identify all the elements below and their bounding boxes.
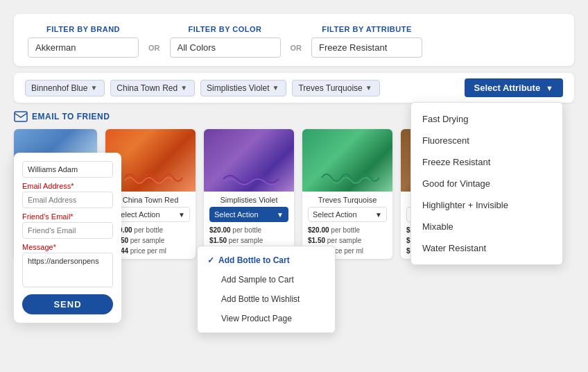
attribute-select[interactable]: Freeze Resistant	[311, 37, 422, 58]
product-name-turquoise: Treves Turquoise	[308, 196, 387, 204]
tag-label: Binnenhof Blue	[31, 83, 87, 93]
action-label: Add Sample to Cart	[221, 275, 294, 285]
price-info-red: $20.00 per bottle $1.50 per sample $0.44…	[111, 225, 190, 256]
action-btn-turquoise[interactable]: Select Action ▼	[308, 207, 387, 222]
or-divider-1: OR	[148, 31, 160, 52]
check-icon: ✓	[207, 255, 214, 265]
select-attribute-button[interactable]: Select Attribute ▼	[465, 78, 563, 97]
attr-good-for-vintage[interactable]: Good for Vintage	[411, 173, 562, 194]
attr-water-resistant[interactable]: Water Resistant	[411, 237, 562, 259]
friends-email-input[interactable]	[22, 222, 113, 239]
product-name-red: China Town Red	[111, 196, 190, 204]
product-card-violet: Simplisties Violet Select Action ▼ ✓ Add…	[204, 129, 294, 259]
attr-highlighter-invisible[interactable]: Highlighter + Invisible	[411, 194, 562, 216]
tag-binnenhof-blue[interactable]: Binnenhof Blue ▼	[25, 80, 105, 96]
attribute-filter-group: FILTER BY ATTRIBUTE Freeze Resistant	[311, 25, 422, 58]
message-textarea[interactable]: https://andersonpens	[22, 253, 113, 287]
color-filter-label: FILTER BY COLOR	[188, 25, 261, 33]
attribute-menu: Fast Drying Fluorescent Freeze Resistant…	[410, 102, 563, 265]
action-btn-violet[interactable]: Select Action ▼	[209, 207, 288, 222]
attr-mixable[interactable]: Mixable	[411, 216, 562, 237]
product-image-violet	[204, 129, 294, 192]
attribute-filter-label: FILTER BY ATTRIBUTE	[322, 25, 411, 33]
action-btn-red[interactable]: Select Action ▼	[111, 207, 190, 222]
attribute-chevron-icon: ▼	[546, 84, 553, 92]
brand-filter-group: FILTER BY BRAND Akkerman	[28, 25, 139, 58]
tag-chevron: ▼	[180, 84, 187, 92]
action-add-bottle-wishlist[interactable]: Add Bottle to Wishlist	[198, 289, 335, 309]
filter-bar: FILTER BY BRAND Akkerman OR FILTER BY CO…	[14, 14, 574, 66]
brand-select-wrapper: Akkerman	[28, 37, 139, 58]
email-icon	[14, 111, 28, 122]
color-select[interactable]: All Colors	[170, 37, 281, 58]
action-chevron-violet: ▼	[277, 211, 284, 219]
product-info-violet: Simplisties Violet Select Action ▼ ✓ Add…	[204, 192, 294, 259]
product-name-violet: Simplisties Violet	[209, 196, 288, 204]
tag-simplisties-violet[interactable]: Simplisties Violet ▼	[200, 80, 286, 96]
squiggle-violet	[220, 165, 282, 186]
tag-china-town-red[interactable]: China Town Red ▼	[110, 80, 195, 96]
tag-row: Binnenhof Blue ▼ China Town Red ▼ Simpli…	[14, 73, 574, 103]
attr-fast-drying[interactable]: Fast Drying	[411, 108, 562, 130]
squiggle-turquoise	[318, 165, 381, 186]
attribute-select-wrapper: Freeze Resistant	[311, 37, 422, 58]
product-card-turquoise: Treves Turquoise Select Action ▼ $20.00 …	[302, 129, 392, 259]
main-container: FILTER BY BRAND Akkerman OR FILTER BY CO…	[0, 0, 588, 372]
action-label: Add Bottle to Cart	[218, 255, 290, 265]
action-label: Add Bottle to Wishlist	[221, 294, 300, 304]
brand-filter-label: FILTER BY BRAND	[46, 25, 120, 33]
send-button[interactable]: SEND	[22, 294, 113, 314]
action-btn-red-label: Select Action	[116, 210, 160, 219]
tag-chevron: ▼	[90, 84, 97, 92]
email-label: Email Address*	[22, 182, 113, 190]
friends-email-label: Friend's Email*	[22, 212, 113, 221]
product-image-turquoise	[302, 129, 392, 192]
email-input[interactable]	[22, 192, 113, 208]
email-to-friend-label: EMAIL TO FRIEND	[32, 112, 110, 121]
attr-fluorescent[interactable]: Fluorescent	[411, 130, 562, 151]
action-add-sample-cart[interactable]: Add Sample to Cart	[198, 270, 335, 289]
or-divider-2: OR	[291, 31, 302, 52]
tag-treves-turquoise[interactable]: Treves Turquoise ▼	[292, 80, 379, 96]
tag-label: Treves Turquoise	[298, 83, 362, 93]
tag-chevron: ▼	[273, 84, 279, 92]
tag-chevron: ▼	[365, 84, 372, 92]
message-label: Message*	[22, 243, 113, 251]
action-add-bottle-cart[interactable]: ✓ Add Bottle to Cart	[198, 251, 335, 270]
tag-label: China Town Red	[116, 83, 178, 93]
squiggle-red	[121, 165, 184, 186]
action-view-product-page[interactable]: View Product Page	[198, 309, 335, 328]
action-dropdown-violet: ✓ Add Bottle to Cart Add Sample to Cart …	[197, 246, 336, 333]
name-input[interactable]	[22, 161, 113, 178]
attr-freeze-resistant[interactable]: Freeze Resistant	[411, 151, 562, 173]
brand-select[interactable]: Akkerman	[28, 37, 139, 58]
action-chevron-turquoise: ▼	[375, 211, 382, 219]
svg-rect-0	[15, 112, 27, 121]
action-label: View Product Page	[221, 314, 292, 323]
select-attribute-label: Select Attribute	[474, 83, 541, 93]
action-btn-violet-label: Select Action	[214, 210, 259, 219]
color-select-wrapper: All Colors	[170, 37, 281, 58]
action-chevron-red: ▼	[178, 211, 185, 219]
color-filter-group: FILTER BY COLOR All Colors	[170, 25, 281, 58]
tag-label: Simplisties Violet	[207, 83, 269, 93]
action-btn-turquoise-label: Select Action	[313, 210, 357, 219]
email-form: Email Address* Friend's Email* Message* …	[14, 153, 121, 323]
